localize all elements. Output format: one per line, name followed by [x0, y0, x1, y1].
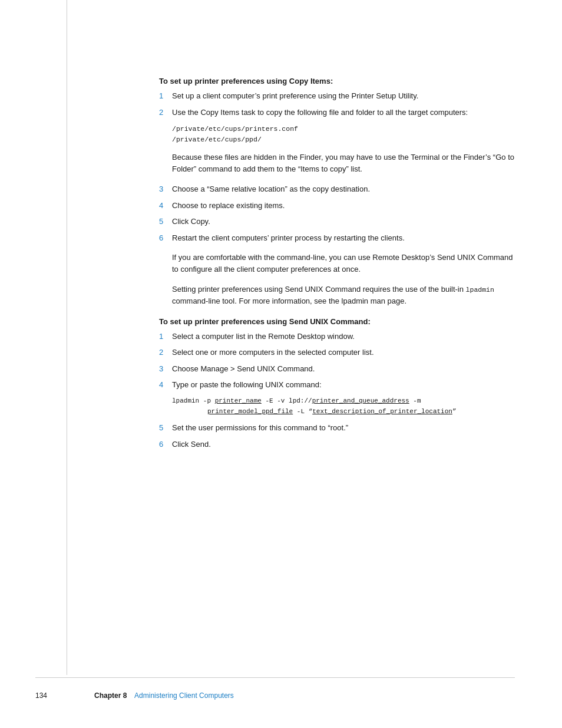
section1-steps-list: 1 Set up a client computer’s print prefe… — [159, 90, 515, 118]
step-text: Select a computer list in the Remote Des… — [172, 331, 515, 342]
list-item: 2 Select one or more computers in the se… — [159, 347, 515, 358]
page-number: 134 — [35, 691, 47, 700]
chapter-separator — [129, 691, 133, 700]
step-number: 1 — [159, 90, 170, 102]
list-item: 4 Choose to replace existing items. — [159, 200, 515, 212]
section1-steps-list-2: 3 Choose a “Same relative location” as t… — [159, 183, 515, 243]
page-container: To set up printer preferences using Copy… — [0, 0, 562, 728]
list-item: 6 Click Send. — [159, 439, 515, 450]
lpadmin-code: lpadmin — [466, 286, 494, 294]
chapter-label: Chapter 8 — [94, 691, 127, 700]
step-number: 4 — [159, 200, 170, 212]
step-text: Use the Copy Items task to copy the foll… — [172, 107, 515, 118]
unix-command-block: lpadmin -p printer_name -E -v lpd://prin… — [172, 396, 515, 417]
note-lpadmin: Setting printer preferences using Send U… — [172, 284, 515, 307]
content-area: To set up printer preferences using Copy… — [159, 0, 515, 502]
section1-heading: To set up printer preferences using Copy… — [159, 77, 515, 85]
code-line-1: /private/etc/cups/printers.conf — [172, 125, 298, 133]
step-text: Click Send. — [172, 439, 515, 450]
step-number: 3 — [159, 183, 170, 195]
step-text: Restart the client computers’ printer pr… — [172, 232, 515, 244]
step-text: Choose Manage > Send UNIX Command. — [172, 363, 515, 375]
footer-line — [35, 677, 515, 678]
step-text: Choose to replace existing items. — [172, 200, 515, 212]
note3-part1: Setting printer preferences using Send U… — [172, 285, 466, 294]
step-number: 6 — [159, 232, 170, 244]
list-item: 4 Type or paste the following UNIX comma… — [159, 379, 515, 391]
code-block-cups: /private/etc/cups/printers.conf /private… — [172, 124, 515, 146]
left-margin-line — [67, 0, 67, 669]
step-number: 2 — [159, 347, 170, 358]
section2-steps-list: 1 Select a computer list in the Remote D… — [159, 331, 515, 391]
list-item: 3 Choose Manage > Send UNIX Command. — [159, 363, 515, 375]
list-item: 3 Choose a “Same relative location” as t… — [159, 183, 515, 195]
step-number: 4 — [159, 379, 170, 391]
step-number: 5 — [159, 422, 170, 434]
section2-steps-list-2: 5 Set the user permissions for this comm… — [159, 422, 515, 450]
step-text: Set the user permissions for this comman… — [172, 422, 515, 434]
list-item: 6 Restart the client computers’ printer … — [159, 232, 515, 244]
step-number: 6 — [159, 439, 170, 450]
list-item: 5 Set the user permissions for this comm… — [159, 422, 515, 434]
note-hidden-files: Because these files are hidden in the Fi… — [172, 151, 515, 175]
step-number: 3 — [159, 363, 170, 375]
step-text: Choose a “Same relative location” as the… — [172, 183, 515, 195]
step-number: 2 — [159, 107, 170, 118]
unix-cmd-line1: lpadmin -p printer_name -E -v lpd://prin… — [172, 396, 515, 407]
step-number: 1 — [159, 331, 170, 342]
note3-part2: command-line tool. For more information,… — [172, 297, 406, 305]
unix-cmd-line2: printer_model_ppd_file -L “text_descript… — [172, 406, 515, 417]
footer-chapter-info: Chapter 8 Administering Client Computers — [94, 691, 234, 700]
chapter-title: Administering Client Computers — [134, 691, 234, 700]
step-text: Type or paste the following UNIX command… — [172, 379, 515, 391]
step-text: Set up a client computer’s print prefere… — [172, 90, 515, 102]
footer: 134 Chapter 8 Administering Client Compu… — [0, 691, 562, 700]
code-line-2: /private/etc/cups/ppd/ — [172, 136, 262, 143]
section2-heading: To set up printer preferences using Send… — [159, 317, 515, 326]
list-item: 1 Select a computer list in the Remote D… — [159, 331, 515, 342]
step-text: Select one or more computers in the sele… — [172, 347, 515, 358]
list-item: 1 Set up a client computer’s print prefe… — [159, 90, 515, 102]
note-command-line: If you are comfortable with the command-… — [172, 252, 515, 275]
list-item: 5 Click Copy. — [159, 216, 515, 228]
footer-divider — [67, 663, 67, 675]
list-item: 2 Use the Copy Items task to copy the fo… — [159, 107, 515, 118]
step-number: 5 — [159, 216, 170, 228]
step-text: Click Copy. — [172, 216, 515, 228]
